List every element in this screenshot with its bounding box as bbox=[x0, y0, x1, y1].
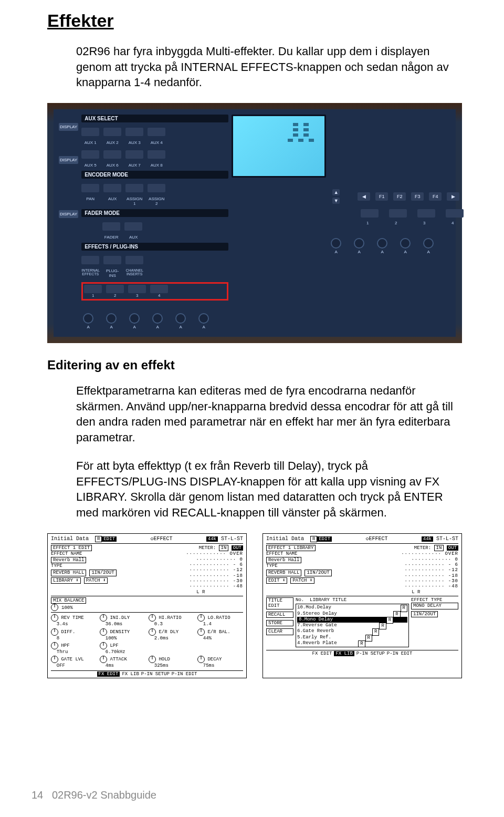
lcd1-edit: EDIT bbox=[102, 536, 117, 542]
f2-button: F2 bbox=[393, 192, 406, 201]
lcd1-m1: 0 bbox=[240, 557, 243, 562]
fader-aux-button bbox=[124, 222, 142, 231]
lcd2-list-hdr-no: No. bbox=[296, 597, 304, 603]
lcd2-m1: 0 bbox=[455, 557, 458, 562]
lcd1-tab-pin-setup: P-IN SETUP bbox=[141, 671, 170, 677]
aux4-button bbox=[148, 128, 165, 136]
lcd2-list-2: 8.Mono Delay R bbox=[297, 617, 407, 623]
fx-1-label: 1 bbox=[84, 293, 102, 298]
lcd2-header: EFFECT 1 LIBRARY bbox=[266, 545, 316, 551]
pan-label: PAN bbox=[81, 197, 99, 206]
lcd2-m6: -48 bbox=[448, 584, 458, 589]
fader-aux-label: AUX bbox=[124, 235, 142, 240]
fader-mode-label: FADER MODE bbox=[81, 209, 228, 217]
lcd2-m2: - 6 bbox=[448, 562, 458, 567]
left-encoder-a3: A bbox=[128, 313, 141, 329]
lcd2-m3: -12 bbox=[448, 567, 458, 573]
lcd2-title: Initial Data bbox=[266, 536, 304, 542]
lcd2-store-btn: STORE bbox=[266, 620, 293, 626]
fx-2-label: 2 bbox=[106, 293, 124, 298]
internal-effects-button bbox=[81, 256, 99, 264]
lcd2-r: R bbox=[310, 536, 317, 542]
enc-sel-1 bbox=[361, 209, 379, 218]
lcd1-mix-lbl: MIX BALANCE bbox=[51, 597, 86, 604]
fx-1-button bbox=[84, 285, 102, 293]
lcd1-tab-pin-edit: P-IN EDIT bbox=[172, 671, 197, 677]
lcd2-list-4: 6.Gate Reverb R bbox=[297, 628, 407, 634]
aux8-button bbox=[148, 150, 165, 159]
assign2-button bbox=[148, 184, 165, 192]
aux-enc-label: AUX bbox=[103, 197, 121, 206]
fx-3-label: 3 bbox=[128, 293, 146, 298]
lcd2-edit: EDIT bbox=[317, 536, 332, 542]
pan-button bbox=[81, 184, 99, 192]
lcd2-efftype-lbl: EFFECT TYPE bbox=[411, 597, 458, 603]
plugins-button bbox=[103, 256, 121, 264]
lcd2-clear-btn: CLEAR bbox=[266, 628, 293, 635]
aux8-label: AUX 8 bbox=[148, 163, 165, 168]
lcd2-lr: L R bbox=[401, 590, 458, 595]
lcd2-list-1: 9.Stereo Delay R bbox=[297, 611, 407, 617]
up-arrow-button: ▲ bbox=[332, 189, 340, 195]
f4-button: F4 bbox=[429, 192, 442, 201]
lcd2-tab-lib: FX LIB bbox=[334, 651, 354, 656]
lcd2-io-top: ST-L-ST bbox=[436, 536, 458, 542]
fx-4-label: 4 bbox=[150, 293, 168, 298]
footer-page-number: 14 bbox=[32, 789, 43, 801]
lcd1-m3: -12 bbox=[233, 567, 243, 573]
lcd1-rate: 44k bbox=[206, 536, 218, 542]
lcd1-header: EFFECT 1 EDIT bbox=[51, 545, 92, 551]
aux-enc-button bbox=[103, 184, 121, 192]
lcd2-title-edit-btn: TITLE EDIT bbox=[266, 597, 293, 609]
aux3-label: AUX 3 bbox=[125, 140, 143, 145]
f1-button: F1 bbox=[375, 192, 388, 201]
aux2-label: AUX 2 bbox=[103, 140, 121, 145]
lcd1-r: R bbox=[95, 536, 102, 542]
lcd2-edit-btn: EDIT ⬇ bbox=[266, 577, 287, 584]
lcd2-list-6: 4.Reverb Plate R bbox=[297, 640, 407, 646]
aux7-label: AUX 7 bbox=[125, 163, 143, 168]
lcd2-meter-lbl: METER: bbox=[414, 545, 431, 551]
lcd2-tab-pin-edit: P-IN EDIT bbox=[387, 651, 413, 656]
lcd1-meter-lbl: METER: bbox=[199, 545, 216, 551]
plugins-label: PLUG-INS bbox=[103, 268, 121, 278]
lcd2-name-lbl: EFFECT NAME bbox=[266, 551, 332, 556]
mixer-panel-photo: DISPLAY DISPLAY DISPLAY AUX SELECT AUX 1… bbox=[47, 103, 462, 343]
lcd2-meter-in: IN bbox=[434, 545, 444, 551]
lcd2-list-5: 5.Early Ref. R bbox=[297, 635, 407, 640]
lcd1-m2: - 6 bbox=[233, 562, 243, 567]
lcd2-m5: -30 bbox=[448, 578, 458, 584]
fader-label: FADER bbox=[102, 235, 120, 240]
fx-4-button bbox=[150, 285, 168, 293]
paragraph-2: För att byta effekttyp (t ex från Reverb… bbox=[76, 458, 462, 521]
lcd2-meter-out: OUT bbox=[447, 545, 458, 551]
lcd2-list-0: 10.Mod.Delay R bbox=[297, 605, 407, 611]
lcd1-m0: OVER bbox=[229, 551, 243, 556]
encoder-mode-label: ENCODER MODE bbox=[81, 171, 228, 179]
fx-2-button bbox=[106, 285, 124, 293]
display-button-aux: DISPLAY bbox=[59, 123, 78, 131]
nav-left-button: ◀ bbox=[358, 192, 370, 201]
channel-inserts-label: CHANNEL INSERTS bbox=[125, 268, 143, 278]
lcd2-m0: OVER bbox=[445, 551, 458, 556]
fader-button bbox=[102, 222, 120, 231]
enc-num-4: 4 bbox=[444, 221, 461, 225]
lcd1-m4: -18 bbox=[233, 573, 243, 578]
left-encoder-a6: A bbox=[197, 313, 211, 329]
lcd-fx-library: Initial Data REDIT ◇EFFECT 44k ST-L-ST E… bbox=[262, 533, 462, 679]
assign1-label: ASSIGN 1 bbox=[125, 197, 143, 206]
lcd1-tab-edit: FX EDIT bbox=[97, 671, 120, 677]
right-encoder-a3: A bbox=[375, 238, 389, 254]
aux4-label: AUX 4 bbox=[148, 140, 165, 145]
enc-num-2: 2 bbox=[387, 221, 405, 225]
lcd2-rate: 44k bbox=[422, 536, 433, 542]
aux6-button bbox=[103, 150, 121, 159]
display-button-fx: DISPLAY bbox=[59, 210, 78, 218]
lcd1-m6: -48 bbox=[233, 584, 243, 589]
intro-paragraph: 02R96 har fyra inbyggda Multi-effekter. … bbox=[76, 44, 462, 90]
aux3-button bbox=[125, 128, 143, 136]
aux6-label: AUX 6 bbox=[103, 163, 121, 168]
lcd1-name-lbl: EFFECT NAME bbox=[51, 551, 117, 556]
lcd1-type-lbl: TYPE bbox=[51, 563, 117, 568]
f3-button: F3 bbox=[411, 192, 424, 201]
